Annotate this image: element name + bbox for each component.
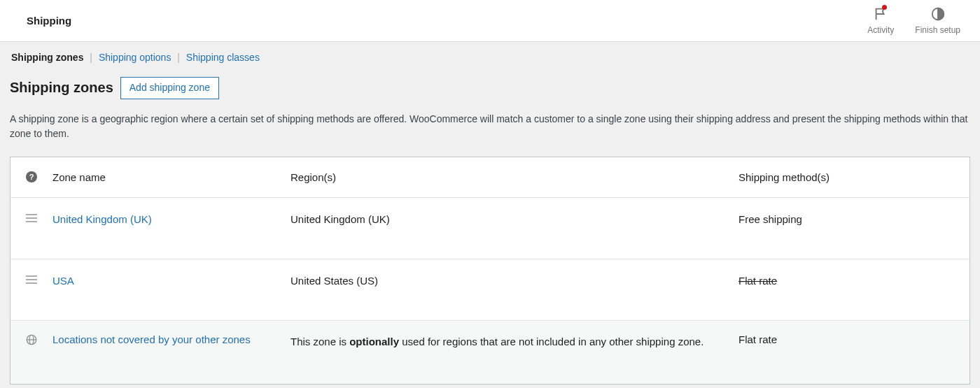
separator: | [177,52,180,63]
finish-setup-button[interactable]: Finish setup [915,6,960,35]
drag-handle-icon[interactable] [10,213,52,223]
table-header-row: ? Zone name Region(s) Shipping method(s) [10,157,969,198]
section-heading: Shipping zones [10,80,113,96]
topbar-actions: Activity Finish setup [867,6,960,35]
zone-name-link[interactable]: United Kingdom (UK) [52,213,152,225]
table-row: USA United States (US) Flat rate [10,259,969,321]
subnav-shipping-classes[interactable]: Shipping classes [186,52,260,63]
flag-icon [873,6,888,24]
table-row-fallback: Locations not covered by your other zone… [10,321,969,384]
circle-half-icon [930,6,946,24]
zone-method: Free shipping [738,213,969,225]
globe-icon [10,333,52,346]
subnav-shipping-options[interactable]: Shipping options [99,52,172,63]
content-area: Shipping zones | Shipping options | Ship… [0,42,980,388]
help-icon-cell: ? [10,171,52,182]
header-zone-name: Zone name [52,171,290,183]
heading-row: Shipping zones Add shipping zone [10,77,970,99]
zone-region: United Kingdom (UK) [290,213,738,225]
add-shipping-zone-button[interactable]: Add shipping zone [120,77,219,99]
section-description: A shipping zone is a geographic region w… [10,112,970,141]
finish-setup-label: Finish setup [915,25,960,35]
activity-label: Activity [867,25,894,35]
drag-handle-icon[interactable] [10,275,52,285]
zone-method-strikethrough: Flat rate [738,275,777,287]
header-method: Shipping method(s) [738,171,969,183]
zone-name-link[interactable]: USA [52,275,74,287]
help-icon[interactable]: ? [26,171,37,182]
zones-table: ? Zone name Region(s) Shipping method(s)… [10,157,970,385]
subnav-shipping-zones[interactable]: Shipping zones [11,52,83,63]
zone-region-fallback: This zone is optionally used for regions… [290,333,738,350]
activity-button[interactable]: Activity [867,6,894,35]
table-row: United Kingdom (UK) United Kingdom (UK) … [10,198,969,259]
zone-method: Flat rate [738,333,969,345]
page-title: Shipping [27,15,71,27]
top-bar: Shipping Activity Finish setup [0,0,980,42]
sub-navigation: Shipping zones | Shipping options | Ship… [10,52,970,63]
zone-region: United States (US) [290,275,738,287]
header-region: Region(s) [290,171,738,183]
zone-name-link[interactable]: Locations not covered by your other zone… [52,333,251,345]
separator: | [90,52,92,63]
